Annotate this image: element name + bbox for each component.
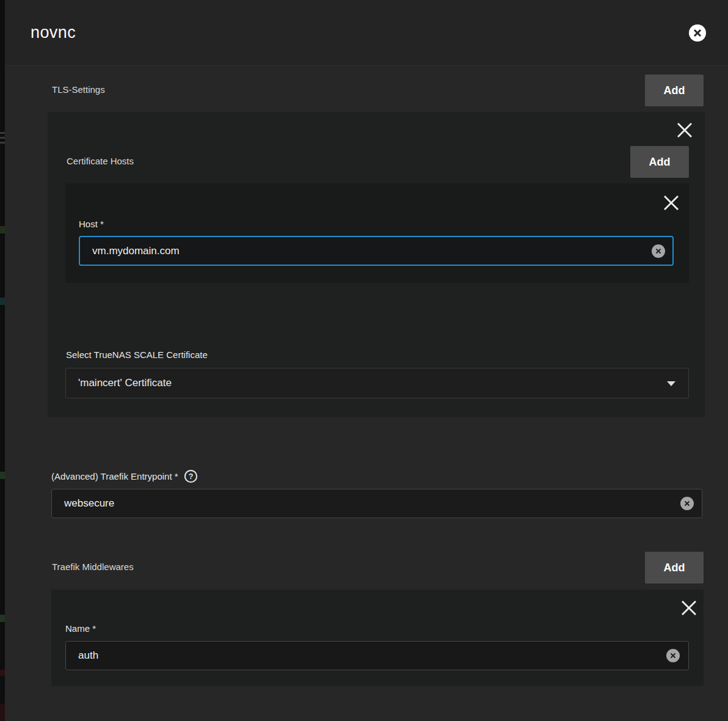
dialog-header: novnc bbox=[5, 0, 728, 66]
middleware-name-clear-icon[interactable] bbox=[666, 649, 680, 662]
question-circle-icon: ? bbox=[184, 469, 198, 483]
certificate-select-value: 'maincert' Certificate bbox=[66, 377, 172, 389]
svg-text:?: ? bbox=[189, 472, 194, 481]
dialog-close-button[interactable] bbox=[689, 24, 706, 42]
middlewares-add-button[interactable]: Add bbox=[645, 552, 704, 584]
x-icon bbox=[680, 599, 697, 617]
host-clear-icon[interactable] bbox=[652, 244, 665, 258]
host-input[interactable] bbox=[79, 236, 674, 266]
circle-x-icon bbox=[666, 649, 680, 662]
tls-settings-label: TLS-Settings bbox=[52, 84, 105, 95]
x-icon bbox=[676, 122, 693, 139]
tls-settings-add-button[interactable]: Add bbox=[645, 75, 704, 106]
certificate-hosts-label: Certificate Hosts bbox=[67, 156, 134, 166]
middleware-name-label: Name * bbox=[65, 623, 96, 634]
circle-x-icon bbox=[680, 497, 694, 510]
background-artifact bbox=[0, 670, 5, 676]
background-artifact bbox=[0, 298, 5, 305]
certificate-host-item-close-button[interactable] bbox=[662, 194, 680, 212]
app-config-dialog: novnc TLS-Settings Add Certificate Hosts… bbox=[5, 0, 728, 721]
middleware-name-input[interactable] bbox=[65, 641, 689, 670]
background-artifact bbox=[0, 615, 5, 622]
background-artifact bbox=[0, 132, 5, 134]
background-artifact bbox=[0, 226, 5, 233]
background-artifact bbox=[0, 137, 5, 139]
certificate-select[interactable]: 'maincert' Certificate bbox=[65, 368, 689, 398]
background-artifact bbox=[0, 704, 5, 721]
chevron-down-icon bbox=[667, 381, 675, 386]
entrypoint-input[interactable] bbox=[51, 489, 702, 518]
background-artifact bbox=[0, 142, 5, 144]
certificate-hosts-add-button[interactable]: Add bbox=[630, 146, 689, 178]
middleware-item-close-button[interactable] bbox=[680, 599, 698, 617]
circle-x-icon bbox=[652, 244, 665, 258]
middleware-item-panel: Name * bbox=[51, 590, 704, 686]
host-label: Host * bbox=[79, 219, 104, 229]
middlewares-label: Traefik Middlewares bbox=[52, 562, 134, 572]
entrypoint-clear-icon[interactable] bbox=[680, 497, 694, 510]
certificate-host-item-panel: Host * bbox=[65, 183, 689, 283]
help-icon[interactable]: ? bbox=[184, 469, 198, 483]
certificate-select-label: Select TrueNAS SCALE Certificate bbox=[66, 350, 208, 360]
entrypoint-label: (Advanced) Traefik Entrypoint * bbox=[51, 471, 178, 481]
background-artifact bbox=[0, 472, 5, 479]
background-page-strip bbox=[0, 0, 5, 721]
tls-settings-item-close-button[interactable] bbox=[675, 121, 694, 139]
dialog-title: novnc bbox=[31, 23, 76, 42]
circle-x-icon bbox=[689, 24, 706, 42]
tls-settings-item-panel: Certificate Hosts Add Host * Select True… bbox=[48, 112, 705, 417]
x-icon bbox=[663, 194, 680, 211]
